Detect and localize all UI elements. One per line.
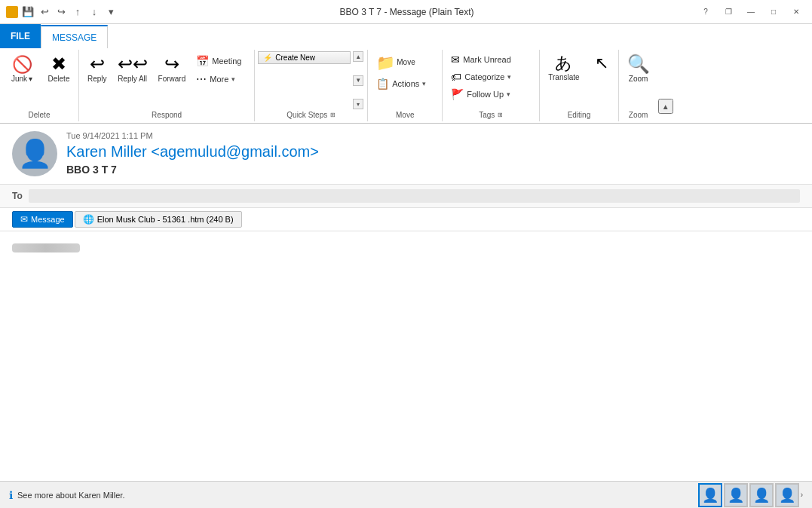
ribbon-collapse-button[interactable]: ▲ <box>658 99 673 114</box>
people-avatar-3-icon: 👤 <box>753 487 770 503</box>
message-tab-icon: ✉ <box>20 214 28 225</box>
tab-message[interactable]: MESSAGE <box>41 25 108 49</box>
zoom-group-label: Zoom <box>622 109 655 120</box>
junk-icon: 🚫 <box>12 55 32 75</box>
more-button[interactable]: ⋯ More ▾ <box>191 71 251 87</box>
maximize-button[interactable]: □ <box>764 5 783 20</box>
tags-group-label: Tags ⊞ <box>446 109 536 120</box>
to-value <box>29 189 800 203</box>
translate-button[interactable]: あ Translate <box>543 51 584 86</box>
quicksteps-scroll-down[interactable]: ▼ <box>353 75 363 86</box>
blurred-body-text <box>12 243 80 252</box>
follow-up-button[interactable]: 🚩 Follow Up ▾ <box>446 86 536 103</box>
people-chevron-icon[interactable]: › <box>801 491 803 499</box>
ribbon-group-editing: あ Translate ↖ Editing <box>540 50 618 121</box>
ribbon-group-respond: ↩ Reply ↩↩ Reply All ↪ Forward 📅 Meeting… <box>79 50 255 121</box>
quicksteps-group-content: ⚡ Create New ▲ ▼ ▾ <box>258 51 364 109</box>
status-bar: ℹ See more about Karen Miller. 👤 👤 👤 👤 › <box>0 481 812 508</box>
people-avatar-1[interactable]: 👤 <box>698 483 722 507</box>
more-qat-button[interactable]: ▾ <box>104 5 118 19</box>
zoom-icon: 🔍 <box>627 55 650 73</box>
meeting-button[interactable]: 📅 Meeting <box>191 53 251 69</box>
restore-button[interactable]: ❐ <box>719 5 738 20</box>
junk-label: Junk ▾ <box>11 75 32 83</box>
avatar-silhouette-icon: 👤 <box>18 138 52 170</box>
info-text: See more about Karen Miller. <box>17 491 124 500</box>
tab-file[interactable]: FILE <box>0 24 41 48</box>
editing-group-content: あ Translate ↖ <box>543 51 614 109</box>
attachment-tab[interactable]: 🌐 Elon Musk Club - 51361 .htm (240 B) <box>75 211 242 228</box>
to-row: To <box>0 185 812 208</box>
window-title: BBO 3 T 7 - Message (Plain Text) <box>118 7 696 17</box>
quicksteps-scroll-up[interactable]: ▲ <box>353 51 363 62</box>
more-icon: ⋯ <box>196 73 207 85</box>
delete-button[interactable]: ✖ Delete <box>42 51 75 87</box>
undo-qat-button[interactable]: ↩ <box>38 5 51 19</box>
app-icon <box>6 6 18 18</box>
cursor-button[interactable]: ↖ <box>588 51 615 86</box>
ribbon-group-quicksteps: ⚡ Create New ▲ ▼ ▾ Quick Steps ⊞ <box>255 50 368 121</box>
delete-group-label: Delete <box>3 109 75 120</box>
categorize-dropdown-arrow: ▾ <box>507 73 511 81</box>
move-button[interactable]: 📁 Move <box>371 51 424 74</box>
message-area: 👤 Tue 9/14/2021 1:11 PM Karen Miller <ag… <box>0 124 812 481</box>
respond-group-content: ↩ Reply ↩↩ Reply All ↪ Forward 📅 Meeting… <box>82 51 251 109</box>
junk-button[interactable]: 🚫 Junk ▾ <box>3 51 41 87</box>
move-group-content: 📁 Move 📋 Actions ▾ <box>371 51 439 109</box>
quicksteps-expand-icon[interactable]: ⊞ <box>330 112 336 118</box>
reply-all-button[interactable]: ↩↩ Reply All <box>112 51 153 87</box>
categorize-button[interactable]: 🏷 Categorize ▾ <box>446 69 536 85</box>
message-tab[interactable]: ✉ Message <box>12 211 73 228</box>
help-button[interactable]: ? <box>696 5 715 20</box>
cursor-icon: ↖ <box>595 55 608 72</box>
mark-unread-icon: ✉ <box>451 54 460 66</box>
message-subject: BBO 3 T 7 <box>66 164 800 176</box>
actions-icon: 📋 <box>376 78 389 90</box>
follow-up-icon: 🚩 <box>451 88 464 100</box>
minimize-button[interactable]: — <box>741 5 761 20</box>
actions-button[interactable]: 📋 Actions ▾ <box>371 75 439 92</box>
title-bar-left: 💾 ↩ ↪ ↑ ↓ ▾ <box>6 5 118 19</box>
people-avatar-3[interactable]: 👤 <box>749 483 774 507</box>
status-bar-info: ℹ See more about Karen Miller. <box>9 489 124 501</box>
people-avatar-2[interactable]: 👤 <box>724 483 748 507</box>
to-label: To <box>12 191 23 201</box>
quicksteps-scroll: ▲ ▼ ▾ <box>352 51 364 109</box>
chrome-tab-icon: 🌐 <box>83 214 94 225</box>
mark-unread-button[interactable]: ✉ Mark Unread <box>446 51 536 68</box>
delete-icon: ✖ <box>51 55 66 73</box>
forward-icon: ↪ <box>164 55 179 73</box>
quickstep-icon: ⚡ <box>263 54 272 62</box>
forward-button[interactable]: ↪ Forward <box>153 51 192 87</box>
title-bar: 💾 ↩ ↪ ↑ ↓ ▾ BBO 3 T 7 - Message (Plain T… <box>0 0 812 24</box>
categorize-icon: 🏷 <box>451 71 461 83</box>
zoom-button[interactable]: 🔍 Zoom <box>622 51 655 87</box>
quicksteps-scroll-more[interactable]: ▾ <box>353 99 363 109</box>
move-group-label: Move <box>371 109 439 120</box>
editing-group-label: Editing <box>543 109 614 120</box>
reply-button[interactable]: ↩ Reply <box>82 51 112 87</box>
up-qat-button[interactable]: ↑ <box>71 5 84 19</box>
follow-up-dropdown-arrow: ▾ <box>507 90 510 98</box>
message-tabs-row: ✉ Message 🌐 Elon Musk Club - 51361 .htm … <box>0 208 812 231</box>
move-icon: 📁 <box>376 55 395 70</box>
redo-qat-button[interactable]: ↪ <box>54 5 68 19</box>
down-qat-button[interactable]: ↓ <box>87 5 101 19</box>
people-avatar-4[interactable]: 👤 <box>775 483 799 507</box>
sender-avatar: 👤 <box>12 131 57 176</box>
quickstep-create-new[interactable]: ⚡ Create New <box>258 51 351 64</box>
junk-dropdown-arrow: ▾ <box>29 75 32 83</box>
ribbon: 🚫 Junk ▾ ✖ Delete Delete ↩ Reply ↩↩ <box>0 48 812 124</box>
message-sender[interactable]: Karen Miller <agemulud@gmail.com> <box>66 143 800 161</box>
tags-expand-icon[interactable]: ⊞ <box>498 112 503 118</box>
people-avatar-2-icon: 👤 <box>728 487 744 503</box>
meeting-icon: 📅 <box>196 55 209 67</box>
people-avatar-4-icon: 👤 <box>779 487 795 503</box>
ribbon-tabs: FILE MESSAGE <box>0 24 812 48</box>
people-avatar-1-icon: 👤 <box>702 487 719 503</box>
save-qat-button[interactable]: 💾 <box>21 5 35 19</box>
status-bar-people: 👤 👤 👤 👤 › <box>698 483 803 507</box>
quick-access-toolbar: 💾 ↩ ↪ ↑ ↓ ▾ <box>21 5 118 19</box>
ribbon-group-delete: 🚫 Junk ▾ ✖ Delete Delete <box>0 50 79 121</box>
close-button[interactable]: ✕ <box>786 5 806 20</box>
